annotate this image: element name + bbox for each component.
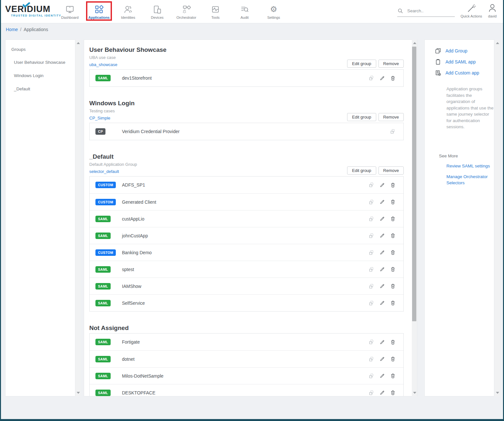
- scroll-up-arrow[interactable]: [496, 42, 499, 44]
- delete-app-icon[interactable]: [390, 250, 396, 255]
- copy-app-icon[interactable]: [368, 233, 374, 239]
- applications-icon: [94, 5, 104, 14]
- copy-app-icon[interactable]: [368, 199, 374, 205]
- logo-checkmark-icon: [22, 2, 30, 7]
- app-type-badge: SAML: [95, 75, 111, 81]
- search-input[interactable]: [407, 8, 449, 13]
- add-saml-app-button[interactable]: Add SAML app: [435, 59, 494, 65]
- delete-app-icon[interactable]: [390, 199, 396, 205]
- edit-app-icon[interactable]: [379, 283, 385, 289]
- window-edge-bottom: [0, 419, 504, 421]
- app-type-badge: SAML: [95, 373, 111, 379]
- edit-app-icon[interactable]: [379, 373, 385, 379]
- app-type-badge: SAML: [95, 300, 111, 306]
- edit-app-icon[interactable]: [379, 300, 385, 306]
- copy-app-icon[interactable]: [368, 182, 374, 188]
- remove-group-button[interactable]: Remove: [378, 60, 404, 68]
- nav-item-audit[interactable]: Audit: [230, 2, 259, 21]
- nav-item-settings[interactable]: ⚙ Settings: [259, 2, 288, 21]
- group-app-list: CP Veridium Credential Provider: [89, 123, 404, 140]
- delete-app-icon[interactable]: [390, 216, 396, 222]
- delete-app-icon[interactable]: [390, 182, 396, 188]
- app-type-badge: CP: [95, 128, 105, 135]
- scroll-down-arrow[interactable]: [496, 392, 499, 394]
- remove-group-button[interactable]: Remove: [378, 166, 404, 175]
- add-saml-app-icon: [435, 59, 441, 65]
- delete-app-icon[interactable]: [390, 233, 396, 238]
- scroll-down-arrow[interactable]: [413, 392, 416, 394]
- copy-app-icon[interactable]: [368, 267, 374, 272]
- edit-app-icon[interactable]: [379, 339, 385, 345]
- nav-item-tools[interactable]: Tools: [201, 2, 230, 21]
- copy-app-icon[interactable]: [390, 129, 396, 134]
- copy-app-icon[interactable]: [368, 216, 374, 222]
- copy-app-icon[interactable]: [368, 390, 374, 396]
- edit-app-icon[interactable]: [379, 250, 385, 255]
- top-header: VERIDIUM TRUSTED DIGITAL IDENTITY Dashbo…: [0, 0, 504, 23]
- nav-item-orchestrator[interactable]: Orchestrator: [172, 2, 201, 21]
- sidebar-item-user-behaviour-showcase[interactable]: User Behaviour Showcase: [5, 56, 75, 69]
- copy-app-icon[interactable]: [368, 300, 374, 306]
- group-selector-link[interactable]: selector_default: [89, 168, 119, 175]
- scroll-down-arrow[interactable]: [77, 392, 80, 394]
- edit-app-icon[interactable]: [379, 216, 385, 222]
- manage-orchestrator-selectors-link[interactable]: Manage Orchestrator Selectors: [446, 174, 495, 186]
- edit-app-icon[interactable]: [379, 233, 385, 238]
- user-menu[interactable]: david: [483, 3, 502, 18]
- sidebar-item-default[interactable]: _Default: [5, 82, 75, 96]
- nav-item-applications[interactable]: Applications: [84, 2, 114, 21]
- copy-app-icon[interactable]: [368, 283, 374, 289]
- group-app-list: SAML dev1Storefront: [89, 69, 404, 87]
- edit-app-icon[interactable]: [379, 267, 385, 272]
- delete-app-icon[interactable]: [390, 267, 396, 272]
- sidebar-groups-header: Groups: [5, 43, 75, 56]
- remove-group-button[interactable]: Remove: [378, 113, 404, 121]
- edit-group-button[interactable]: Edit group: [347, 113, 376, 121]
- copy-app-icon[interactable]: [368, 339, 374, 345]
- add-custom-app-button[interactable]: Add Custom app: [435, 70, 494, 76]
- edit-app-icon[interactable]: [379, 75, 385, 81]
- edit-app-icon[interactable]: [379, 199, 385, 205]
- edit-group-button[interactable]: Edit group: [347, 60, 376, 68]
- delete-app-icon[interactable]: [390, 373, 396, 379]
- sidebar-item-windows-login[interactable]: Windows Login: [5, 69, 75, 82]
- delete-app-icon[interactable]: [390, 390, 396, 395]
- nav-item-devices[interactable]: Devices: [143, 2, 172, 21]
- nav-label: Applications: [88, 16, 110, 19]
- nav-item-identities[interactable]: Identities: [114, 2, 143, 21]
- copy-app-icon[interactable]: [368, 75, 374, 81]
- delete-app-icon[interactable]: [390, 356, 396, 362]
- edit-group-button[interactable]: Edit group: [347, 166, 376, 175]
- add-group-button[interactable]: Add Group: [435, 48, 494, 54]
- breadcrumb-separator: /: [20, 27, 21, 32]
- breadcrumb-home-link[interactable]: Home: [6, 27, 18, 32]
- group-selector-link[interactable]: CP_Simple: [89, 115, 110, 122]
- app-row: SAML IAMShow: [90, 278, 403, 294]
- scroll-up-arrow[interactable]: [77, 42, 80, 44]
- sidebar-scrollbar: [75, 40, 81, 396]
- scrollbar-thumb[interactable]: [412, 47, 416, 321]
- group-app-list: SAML Fortigate SAML dotnet SAML Milos-Do…: [89, 333, 404, 396]
- group-selector-link[interactable]: uba_showcase: [89, 61, 117, 68]
- copy-app-icon[interactable]: [368, 373, 374, 379]
- quick-actions-button[interactable]: Quick Actions: [458, 3, 484, 18]
- delete-app-icon[interactable]: [390, 300, 396, 306]
- identities-icon: [124, 5, 133, 14]
- copy-app-icon[interactable]: [368, 356, 374, 362]
- app-name: Generated Client: [122, 199, 156, 205]
- app-row: SAML Milos-DotNetSample: [90, 367, 403, 384]
- app-type-badge: CUSTOM: [95, 199, 116, 205]
- scroll-up-arrow[interactable]: [413, 42, 416, 44]
- review-saml-settings-link[interactable]: Review SAML settings: [446, 163, 495, 169]
- add-saml-app-label: Add SAML app: [445, 59, 476, 64]
- edit-app-icon[interactable]: [379, 182, 385, 188]
- group-title: _Default: [89, 153, 404, 161]
- delete-app-icon[interactable]: [390, 75, 396, 81]
- delete-app-icon[interactable]: [390, 339, 396, 345]
- breadcrumb: Home/Applications: [6, 27, 48, 32]
- nav-item-dashboard[interactable]: Dashboard: [55, 2, 84, 21]
- edit-app-icon[interactable]: [379, 390, 385, 395]
- delete-app-icon[interactable]: [390, 283, 396, 289]
- copy-app-icon[interactable]: [368, 250, 374, 256]
- edit-app-icon[interactable]: [379, 356, 385, 362]
